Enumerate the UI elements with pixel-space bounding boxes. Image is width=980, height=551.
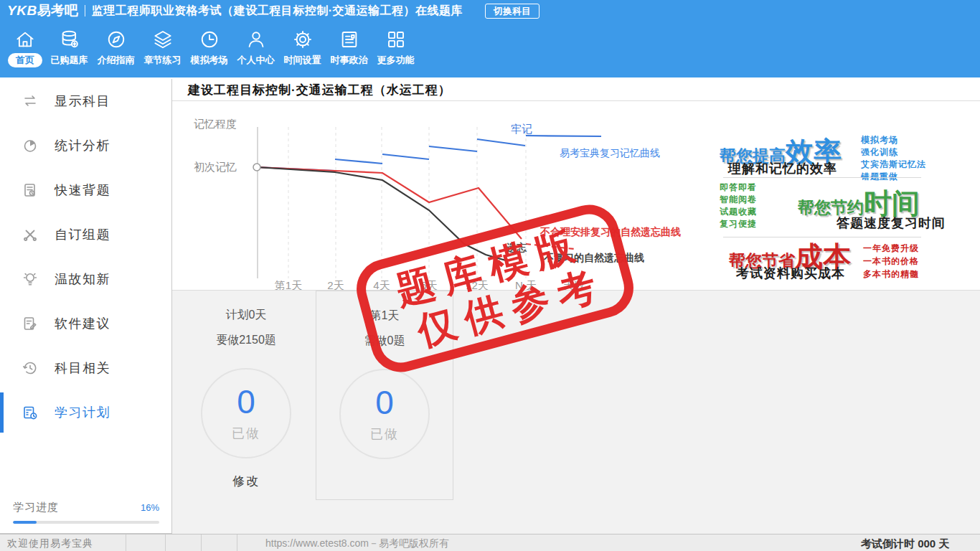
- nav-item-purchased[interactable]: 已购题库: [46, 22, 93, 77]
- nav-item-more[interactable]: 更多功能: [372, 22, 419, 77]
- first-memory-label: 初次记忆: [194, 161, 237, 173]
- sidebar-item-statistics[interactable]: 统计分析: [0, 123, 171, 168]
- study-plan-icon: [22, 404, 39, 421]
- nav-item-mock-exam[interactable]: 模拟考场: [186, 22, 232, 77]
- copyright-url: https://www.etest8.com－易考吧版权所有: [265, 537, 449, 550]
- done-count: 0: [237, 385, 255, 419]
- y-axis-label: 记忆程度: [194, 118, 237, 130]
- logo-cn: 易考吧: [37, 3, 78, 18]
- sidebar-item-label: 软件建议: [55, 315, 110, 332]
- exam-title: 监理工程师职业资格考试（建设工程目标控制·交通运输工程）在线题库: [92, 4, 463, 19]
- promo-efficiency-sub: 理解和记忆的效率: [728, 160, 837, 177]
- gear-icon: [292, 29, 314, 50]
- nav-label: 模拟考场: [191, 54, 228, 67]
- news-icon: [339, 29, 360, 50]
- top-header-bar: YKB易考吧 监理工程师职业资格考试（建设工程目标控制·交通运输工程）在线题库 …: [0, 0, 980, 22]
- layers-icon: [152, 29, 174, 50]
- nav-item-time-settings[interactable]: 时间设置: [279, 22, 326, 77]
- nav-item-guide[interactable]: 介绍指南: [93, 22, 139, 77]
- sidebar-item-label: 显示科目: [55, 93, 110, 110]
- switch-subject-button[interactable]: 切换科目: [485, 4, 540, 19]
- promo-list-item: 模拟考场: [861, 134, 926, 146]
- sidebar-item-label: 统计分析: [55, 137, 110, 154]
- today-done-circle: 0 已做: [339, 369, 430, 459]
- home-icon: [14, 29, 36, 50]
- plan-total-questions: 要做2150题: [182, 333, 311, 348]
- footer-divider: [201, 534, 202, 551]
- app-logo: YKB易考吧: [7, 1, 78, 20]
- content-title-bar: 建设工程目标控制·交通运输工程（水运工程）: [172, 79, 980, 101]
- progress-fill: [13, 521, 37, 524]
- sidebar-item-review-old[interactable]: 温故知新: [0, 257, 171, 301]
- promo-list-item: 复习便捷: [720, 218, 757, 230]
- flashcard-icon: [22, 182, 39, 199]
- promo-cost-list: 一年免费升级 一本书的价格 多本书的精髓: [863, 242, 919, 281]
- nav-item-home[interactable]: 首页: [4, 22, 46, 77]
- doc-edit-icon: [22, 315, 39, 332]
- sidebar-item-software-feedback[interactable]: 软件建议: [0, 301, 171, 346]
- exam-countdown: 考试倒计时 000 天: [861, 537, 949, 551]
- progress-percentage: 16%: [141, 502, 159, 513]
- promo-list-item: 一年免费升级: [863, 242, 919, 255]
- nav-label: 时间设置: [284, 54, 321, 67]
- nav-item-personal-center[interactable]: 个人中心: [232, 22, 279, 77]
- logo-en: YKB: [7, 3, 37, 18]
- sidebar-item-label: 学习计划: [55, 404, 110, 421]
- done-label: 已做: [370, 425, 399, 443]
- study-progress: 学习进度 16%: [13, 501, 159, 524]
- compass-icon: [105, 29, 127, 50]
- promo-cost-sub: 考试资料购买成本: [736, 265, 845, 282]
- nav-label: 介绍指南: [98, 54, 135, 67]
- nav-label: 个人中心: [237, 54, 275, 67]
- nav-item-chapter-practice[interactable]: 章节练习: [139, 22, 186, 77]
- nav-item-current-affairs[interactable]: 时事政治: [326, 22, 372, 77]
- grid-icon: [385, 29, 407, 50]
- sidebar-item-quick-review[interactable]: 快速背题: [0, 168, 171, 212]
- footer-divider: [126, 534, 126, 551]
- promo-list-item: 一本书的价格: [863, 255, 919, 268]
- history-icon: [22, 359, 39, 377]
- plan-card: 计划0天 要做2150题 0 已做 修改: [182, 291, 311, 489]
- sidebar-item-show-subjects[interactable]: 显示科目: [0, 79, 171, 123]
- promo-list-item: 智能阅卷: [720, 194, 757, 206]
- topbar-divider: [85, 5, 85, 17]
- sidebar-item-label: 温故知新: [55, 270, 110, 288]
- done-label: 已做: [232, 425, 260, 442]
- sidebar-item-study-plan[interactable]: 学习计划: [0, 390, 171, 435]
- nav-label: 首页: [8, 53, 42, 67]
- progress-label: 学习进度: [13, 501, 59, 514]
- database-icon: [59, 29, 80, 50]
- nav-label: 已购题库: [51, 54, 88, 67]
- first-memory-marker: [253, 164, 260, 171]
- status-bar: 欢迎使用易考宝典 https://www.etest8.com－易考吧版权所有 …: [0, 534, 980, 551]
- tools-icon: [22, 226, 39, 243]
- sidebar-item-custom-quiz[interactable]: 自订组题: [0, 212, 171, 257]
- sidebar-item-subject-related[interactable]: 科目相关: [0, 346, 171, 390]
- promo-efficiency-list: 模拟考场 强化训练 艾宾浩斯记忆法 错题重做: [861, 134, 926, 183]
- blue-curve-label: 易考宝典复习记忆曲线: [560, 147, 660, 159]
- nav-label: 更多功能: [377, 54, 415, 67]
- promo-divider: [723, 177, 921, 178]
- plan-done-circle: 0 已做: [201, 368, 291, 458]
- person-icon: [245, 29, 267, 50]
- modify-plan-link[interactable]: 修改: [182, 473, 311, 489]
- promo-list-item: 多本书的精髓: [863, 268, 919, 281]
- sidebar-item-label: 自订组题: [55, 226, 110, 243]
- promo-time-list: 即答即看 智能阅卷 试题收藏 复习便捷: [720, 182, 757, 230]
- clock-icon: [199, 29, 220, 50]
- swap-icon: [22, 93, 39, 110]
- nav-label: 时事政治: [331, 54, 368, 67]
- laoji-label: 牢记: [511, 123, 532, 135]
- progress-bar: [13, 521, 159, 524]
- pie-chart-icon: [22, 137, 39, 154]
- promo-list-item: 即答即看: [720, 182, 757, 194]
- plan-days: 计划0天: [182, 291, 311, 323]
- nav-label: 章节练习: [144, 54, 182, 67]
- sidebar-item-label: 科目相关: [55, 359, 110, 377]
- promo-list-item: 试题收藏: [720, 206, 757, 218]
- svg-text:2天: 2天: [327, 279, 344, 290]
- sidebar: 显示科目 统计分析 快速背题 自订组题 温故知新 软件建议 科目相关 学习计划 …: [0, 79, 172, 534]
- study-plan-area: 计划0天 要做2150题 0 已做 修改 第1天 需做0题 0 已做: [172, 290, 980, 534]
- page-title: 建设工程目标控制·交通运输工程（水运工程）: [188, 82, 451, 98]
- promo-time-sub: 答题速度复习时间: [837, 215, 946, 232]
